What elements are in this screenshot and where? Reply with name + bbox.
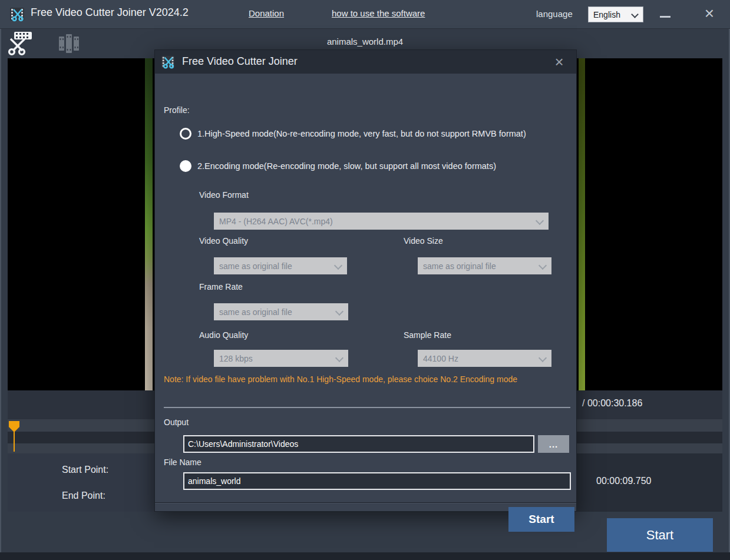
video-size-label: Video Size — [404, 236, 443, 246]
dialog-logo-icon — [161, 54, 176, 69]
file-name-input[interactable] — [183, 472, 571, 490]
window-bottom-edge — [0, 552, 730, 560]
minimize-icon — [660, 16, 670, 18]
app-logo-icon — [9, 6, 26, 22]
video-quality-value: same as original file — [219, 261, 292, 271]
chevron-down-icon — [334, 261, 342, 270]
help-link[interactable]: how to use the software — [332, 8, 425, 18]
output-path-input[interactable] — [183, 435, 534, 453]
point-time-panel: 00:00:09.750 — [576, 453, 722, 512]
export-settings-dialog: Free Video Cutter Joiner × Profile: 1.Hi… — [154, 49, 577, 512]
sample-rate-label: Sample Rate — [404, 330, 451, 340]
point-time-value: 00:00:09.750 — [596, 476, 651, 486]
video-content-strip-right — [579, 58, 585, 390]
chevron-down-icon — [631, 11, 639, 18]
video-quality-select[interactable]: same as original file — [214, 257, 347, 274]
frame-rate-select[interactable]: same as original file — [214, 303, 348, 320]
file-name-label: File Name — [164, 458, 202, 467]
language-value: English — [593, 10, 620, 19]
language-select[interactable]: English — [588, 6, 643, 22]
chevron-down-icon — [536, 217, 544, 225]
output-label: Output — [164, 417, 189, 427]
playhead-stem — [14, 429, 15, 452]
chevron-down-icon — [335, 354, 343, 362]
radio-selected-icon — [180, 128, 191, 140]
playhead-marker[interactable] — [9, 421, 21, 452]
main-start-button[interactable]: Start — [607, 518, 713, 552]
radio-highspeed-label: 1.High-Speed mode(No-re-encoding mode, v… — [197, 129, 526, 138]
section-divider — [164, 407, 570, 408]
video-format-value: MP4 - (H264 AAC) AVC(*.mp4) — [219, 217, 333, 226]
chevron-down-icon — [335, 307, 343, 316]
dialog-start-button[interactable]: Start — [508, 507, 574, 532]
video-size-select[interactable]: same as original file — [418, 257, 551, 274]
frame-rate-label: Frame Rate — [199, 282, 243, 291]
titlebar: Free Video Cutter Joiner V2024.2 Donatio… — [0, 0, 730, 29]
radio-encoding-mode[interactable]: 2.Encoding mode(Re-encoding mode, slow, … — [180, 160, 496, 172]
video-format-label: Video Format — [199, 190, 249, 200]
audio-quality-label: Audio Quality — [199, 330, 248, 340]
window-title: Free Video Cutter Joiner V2024.2 — [31, 6, 189, 19]
frame-rate-value: same as original file — [219, 307, 292, 317]
dialog-close-button[interactable]: × — [549, 52, 569, 72]
total-duration: / 00:00:30.186 — [582, 398, 642, 409]
video-size-value: same as original file — [423, 261, 496, 271]
loaded-video-filename: animals_world.mp4 — [0, 37, 730, 47]
app-window: Free Video Cutter Joiner V2024.2 Donatio… — [0, 0, 730, 560]
footer-divider — [155, 502, 576, 503]
video-format-select[interactable]: MP4 - (H264 AAC) AVC(*.mp4) — [214, 213, 549, 230]
language-label: language — [536, 9, 573, 19]
browse-button[interactable]: ... — [538, 435, 569, 453]
end-point-label: End Point: — [62, 491, 105, 501]
sample-rate-value: 44100 Hz — [423, 354, 458, 363]
start-point-label: Start Point: — [62, 465, 108, 475]
audio-quality-select[interactable]: 128 kbps — [214, 350, 348, 367]
video-content-strip-left — [145, 58, 153, 390]
chevron-down-icon — [539, 354, 547, 362]
sample-rate-select[interactable]: 44100 Hz — [418, 350, 551, 367]
mode-note: Note: If video file have problem with No… — [164, 375, 573, 384]
dialog-titlebar: Free Video Cutter Joiner × — [155, 50, 576, 74]
minimize-button[interactable] — [655, 5, 675, 22]
close-button[interactable]: × — [698, 2, 721, 25]
audio-quality-value: 128 kbps — [219, 354, 253, 363]
dialog-title: Free Video Cutter Joiner — [182, 55, 298, 68]
donation-link[interactable]: Donation — [249, 8, 284, 18]
playhead-head — [9, 421, 19, 427]
radio-highspeed-mode[interactable]: 1.High-Speed mode(No-re-encoding mode, v… — [180, 128, 526, 140]
radio-encoding-label: 2.Encoding mode(Re-encoding mode, slow, … — [197, 161, 496, 171]
radio-unselected-icon — [180, 160, 191, 172]
video-quality-label: Video Quality — [199, 236, 248, 246]
profile-label: Profile: — [164, 105, 190, 115]
chevron-down-icon — [539, 261, 547, 270]
